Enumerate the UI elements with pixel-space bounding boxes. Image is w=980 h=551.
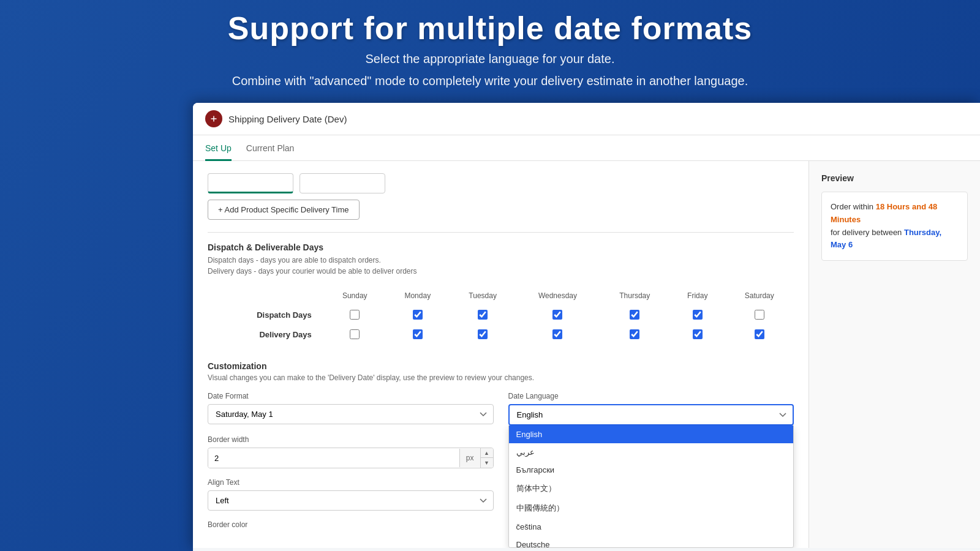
delivery-days-label: Delivery Days bbox=[259, 330, 311, 339]
delivery-monday-checkbox[interactable] bbox=[413, 329, 423, 339]
dispatch-section: Dispatch & Deliverable Days Dispatch day… bbox=[208, 242, 794, 344]
dropdown-item-german[interactable]: Deutsche bbox=[509, 536, 794, 548]
date-language-select[interactable]: English bbox=[508, 404, 794, 425]
dispatch-days-label: Dispatch Days bbox=[257, 310, 312, 320]
top-input-bar bbox=[208, 173, 794, 193]
left-panel: + Add Product Specific Delivery Time Dis… bbox=[193, 161, 809, 548]
border-width-suffix: px bbox=[459, 449, 480, 467]
preview-minutes-label: Minutes bbox=[831, 215, 861, 224]
day-header-friday: Friday bbox=[670, 287, 725, 305]
day-header-sunday: Sunday bbox=[324, 287, 386, 305]
preview-text-after: for delivery between bbox=[831, 228, 904, 237]
main-content: + Add Product Specific Delivery Time Dis… bbox=[193, 161, 980, 548]
day-header-thursday: Thursday bbox=[599, 287, 670, 305]
hero-title: Support for multiple date formats bbox=[0, 11, 980, 46]
delivery-thursday-checkbox[interactable] bbox=[630, 329, 639, 339]
preview-minutes: 48 bbox=[929, 202, 937, 211]
date-language-label: Date Language bbox=[508, 392, 794, 400]
app-window: Shipping Delivery Date (Dev) Set Up Curr… bbox=[193, 103, 980, 551]
border-width-increment[interactable]: ▲ bbox=[481, 448, 493, 458]
dropdown-item-english[interactable]: English bbox=[509, 425, 794, 443]
dispatch-tuesday-checkbox[interactable] bbox=[478, 310, 488, 320]
date-format-label: Date Format bbox=[208, 392, 494, 400]
customization-section: Customization Visual changes you can mak… bbox=[208, 361, 794, 533]
dispatch-thursday-checkbox[interactable] bbox=[630, 310, 639, 320]
delivery-sunday-checkbox[interactable] bbox=[350, 329, 360, 339]
align-text-select[interactable]: Left Center Right bbox=[208, 490, 494, 511]
top-input-left[interactable] bbox=[208, 173, 293, 193]
hero-subtitle-line2: Combine with "advanced" mode to complete… bbox=[0, 72, 980, 90]
top-input-right[interactable] bbox=[300, 173, 385, 193]
border-width-input[interactable] bbox=[208, 449, 459, 468]
dispatch-wednesday-checkbox[interactable] bbox=[552, 310, 562, 320]
dropdown-item-arabic[interactable]: عربي bbox=[509, 443, 794, 461]
delivery-days-row: Delivery Days bbox=[208, 324, 794, 344]
customization-desc: Visual changes you can make to the 'Deli… bbox=[208, 373, 794, 382]
add-product-specific-delivery-time-button[interactable]: + Add Product Specific Delivery Time bbox=[208, 200, 360, 220]
day-header-wednesday: Wednesday bbox=[516, 287, 599, 305]
window-header: Shipping Delivery Date (Dev) bbox=[193, 103, 980, 135]
dropdown-item-bulgarian[interactable]: Български bbox=[509, 461, 794, 479]
preview-title: Preview bbox=[821, 173, 968, 183]
day-header-tuesday: Tuesday bbox=[450, 287, 516, 305]
right-panel: Preview Order within 18 Hours and 48 Min… bbox=[809, 161, 980, 548]
date-language-group: Date Language English English عربي Бълга… bbox=[508, 392, 794, 425]
customization-title: Customization bbox=[208, 361, 794, 371]
nav-tabs: Set Up Current Plan bbox=[193, 135, 980, 161]
dispatch-sunday-checkbox[interactable] bbox=[350, 310, 360, 320]
tab-current-plan[interactable]: Current Plan bbox=[246, 136, 295, 161]
preview-hours: 18 bbox=[876, 202, 884, 211]
delivery-wednesday-checkbox[interactable] bbox=[552, 329, 562, 339]
preview-box: Order within 18 Hours and 48 Minutes for… bbox=[821, 192, 968, 261]
date-format-select[interactable]: Saturday, May 1 May 1, Saturday 01/05/20… bbox=[208, 404, 494, 424]
date-format-group: Date Format Saturday, May 1 May 1, Satur… bbox=[208, 392, 494, 424]
day-header-saturday: Saturday bbox=[725, 287, 794, 305]
border-width-input-wrapper: px ▲ ▼ bbox=[208, 448, 494, 468]
date-language-select-wrapper: English English عربي Български 简体中文） 中國傳… bbox=[508, 404, 794, 425]
hero-subtitle-line1: Select the appropriate language for your… bbox=[0, 50, 980, 68]
app-logo-icon bbox=[205, 110, 222, 127]
border-width-label: Border width bbox=[208, 435, 494, 444]
dispatch-section-desc: Dispatch days - days you are able to dis… bbox=[208, 255, 794, 277]
dispatch-section-title: Dispatch & Deliverable Days bbox=[208, 242, 794, 252]
border-width-decrement[interactable]: ▼ bbox=[481, 458, 493, 468]
align-text-group: Align Text Left Center Right bbox=[208, 478, 494, 511]
dispatch-monday-checkbox[interactable] bbox=[413, 310, 423, 320]
preview-hours-label: Hours and bbox=[884, 202, 929, 211]
tab-setup[interactable]: Set Up bbox=[205, 136, 232, 161]
dropdown-item-chinese-traditional[interactable]: 中國傳統的） bbox=[509, 498, 794, 518]
preview-text-before: Order within bbox=[831, 202, 876, 211]
day-header-monday: Monday bbox=[386, 287, 450, 305]
delivery-saturday-checkbox[interactable] bbox=[755, 329, 764, 339]
date-language-dropdown: English عربي Български 简体中文） 中國傳統的） češt… bbox=[508, 425, 794, 548]
days-table: Sunday Monday Tuesday Wednesday Thursday… bbox=[208, 287, 794, 344]
delivery-friday-checkbox[interactable] bbox=[693, 329, 703, 339]
dropdown-item-chinese-simplified[interactable]: 简体中文） bbox=[509, 479, 794, 498]
dispatch-saturday-checkbox[interactable] bbox=[755, 310, 764, 320]
dispatch-friday-checkbox[interactable] bbox=[693, 310, 703, 320]
dispatch-days-row: Dispatch Days bbox=[208, 305, 794, 324]
window-title: Shipping Delivery Date (Dev) bbox=[228, 114, 347, 124]
border-width-group: Border width px ▲ ▼ bbox=[208, 435, 494, 468]
dropdown-item-czech[interactable]: čeština bbox=[509, 518, 794, 536]
delivery-tuesday-checkbox[interactable] bbox=[478, 329, 488, 339]
hero-section: Support for multiple date formats Select… bbox=[0, 0, 980, 90]
date-format-language-row: Date Format Saturday, May 1 May 1, Satur… bbox=[208, 392, 794, 425]
align-text-label: Align Text bbox=[208, 478, 494, 487]
border-width-stepper: ▲ ▼ bbox=[480, 448, 493, 468]
